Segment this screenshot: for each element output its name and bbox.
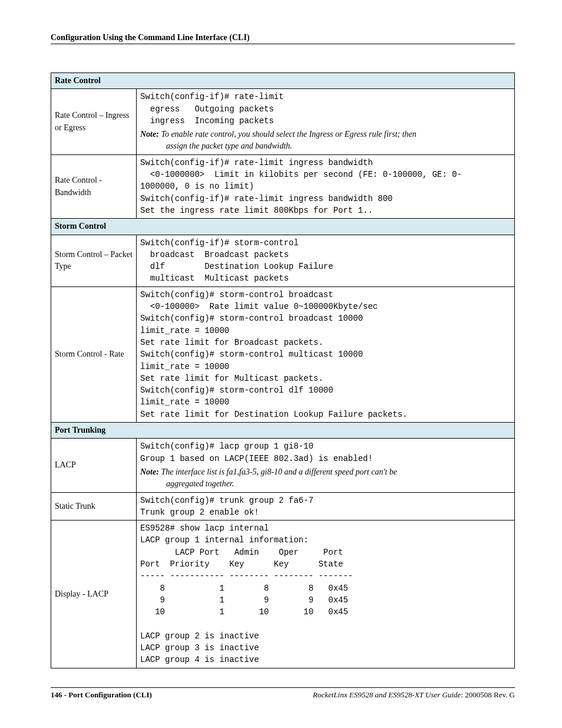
row-storm-control-packet-type: Storm Control – Packet Type Switch(confi… bbox=[51, 235, 515, 286]
row-content: ES9528# show lacp internal LACP group 1 … bbox=[137, 521, 515, 668]
footer-right: RocketLinx ES9528 and ES9528-XT User Gui… bbox=[313, 690, 515, 700]
cli-output: Switch(config)# storm-control broadcast … bbox=[140, 289, 511, 420]
row-rate-control-ingress-egress: Rate Control – Ingress or Egress Switch(… bbox=[51, 89, 515, 154]
cli-output: Switch(config)# trunk group 2 fa6-7 Trun… bbox=[140, 495, 511, 519]
section-storm-control: Storm Control bbox=[51, 219, 515, 235]
note-continued: assign the packet type and bandwidth. bbox=[140, 140, 511, 152]
note-bold: Note: bbox=[140, 467, 159, 476]
row-content: Switch(config)# trunk group 2 fa6-7 Trun… bbox=[137, 492, 515, 521]
page-footer: 146 - Port Configuration (CLI) RocketLin… bbox=[51, 687, 515, 700]
cli-output: Switch(config-if)# rate-limit egress Out… bbox=[140, 91, 511, 127]
note-body: The interface list is fa1,fa3-5, gi8-10 … bbox=[159, 467, 397, 476]
row-label: Storm Control – Packet Type bbox=[51, 235, 137, 286]
cli-output: Switch(config-if)# rate-limit ingress ba… bbox=[140, 157, 511, 216]
section-title: Port Trunking bbox=[51, 423, 515, 439]
row-content: Switch(config)# lacp group 1 gi8-10 Grou… bbox=[137, 439, 515, 492]
row-label: Display - LACP bbox=[51, 521, 137, 668]
row-content: Switch(config-if)# storm-control broadca… bbox=[137, 235, 515, 286]
row-label: Rate Control - Bandwidth bbox=[51, 154, 137, 218]
section-rate-control: Rate Control bbox=[51, 73, 515, 89]
row-label: Rate Control – Ingress or Egress bbox=[51, 89, 137, 154]
note: Note: The interface list is fa1,fa3-5, g… bbox=[140, 466, 511, 490]
section-title: Rate Control bbox=[51, 73, 515, 89]
footer-revision: : 2000508 Rev. G bbox=[461, 690, 515, 699]
note-body: To enable rate control, you should selec… bbox=[159, 130, 416, 139]
note: Note: To enable rate control, you should… bbox=[140, 129, 511, 153]
note-bold: Note: bbox=[140, 130, 159, 139]
row-display-lacp: Display - LACP ES9528# show lacp interna… bbox=[51, 521, 515, 668]
footer-guide-title: RocketLinx ES9528 and ES9528-XT User Gui… bbox=[313, 690, 461, 699]
row-static-trunk: Static Trunk Switch(config)# trunk group… bbox=[51, 492, 515, 521]
row-content: Switch(config)# storm-control broadcast … bbox=[137, 286, 515, 422]
row-content: Switch(config-if)# rate-limit egress Out… bbox=[137, 89, 515, 154]
page-header: Configuration Using the Command Line Int… bbox=[51, 33, 515, 44]
cli-output: Switch(config-if)# storm-control broadca… bbox=[140, 237, 511, 285]
row-rate-control-bandwidth: Rate Control - Bandwidth Switch(config-i… bbox=[51, 154, 515, 218]
row-label: Static Trunk bbox=[51, 492, 137, 521]
row-label: LACP bbox=[51, 439, 137, 492]
footer-left: 146 - Port Configuration (CLI) bbox=[51, 690, 152, 700]
row-lacp: LACP Switch(config)# lacp group 1 gi8-10… bbox=[51, 439, 515, 492]
row-content: Switch(config-if)# rate-limit ingress ba… bbox=[137, 154, 515, 218]
row-storm-control-rate: Storm Control - Rate Switch(config)# sto… bbox=[51, 286, 515, 422]
note-continued: aggregated together. bbox=[140, 478, 511, 490]
cli-table: Rate Control Rate Control – Ingress or E… bbox=[51, 73, 515, 668]
cli-output: Switch(config)# lacp group 1 gi8-10 Grou… bbox=[140, 440, 511, 465]
cli-output: ES9528# show lacp internal LACP group 1 … bbox=[140, 522, 511, 666]
section-port-trunking: Port Trunking bbox=[51, 423, 515, 439]
section-title: Storm Control bbox=[51, 219, 515, 235]
row-label: Storm Control - Rate bbox=[51, 286, 137, 422]
